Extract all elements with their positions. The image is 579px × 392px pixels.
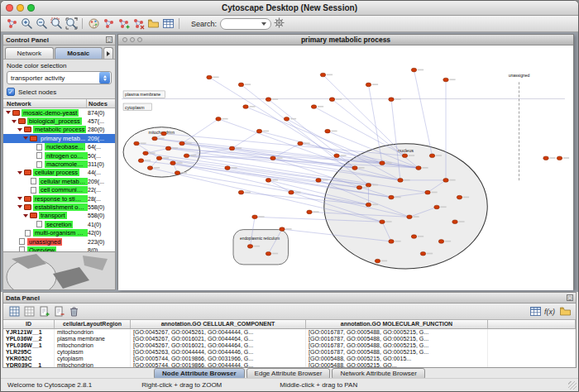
delete-attribute-icon[interactable]	[51, 304, 66, 318]
folder-icon	[24, 127, 31, 132]
import-attributes-icon[interactable]	[557, 304, 572, 318]
document-icon	[31, 178, 36, 184]
new-attribute-icon[interactable]	[36, 304, 51, 318]
tree-item-count: 558(0)	[88, 204, 115, 210]
attribute-grid-icon[interactable]	[528, 304, 543, 318]
tree-row[interactable]: biological_process457(...	[3, 117, 115, 125]
tree-item-label: secretion	[45, 221, 73, 228]
column-header[interactable]: annotation.GO CELLULAR_COMPONENT	[131, 320, 306, 329]
select-nodes-label: Select nodes	[18, 88, 56, 96]
expander-icon[interactable]	[17, 171, 22, 174]
minimize-window-button[interactable]	[17, 4, 24, 12]
table-cell: YPL036W__2	[3, 336, 55, 342]
folder-icon	[30, 136, 37, 141]
expander-icon[interactable]	[17, 205, 22, 208]
table-row[interactable]: YDR039C__1mitochondrion[GO:0005744, GO:0…	[3, 362, 576, 367]
inner-zoom-button[interactable]	[137, 37, 142, 42]
control-panel-header: Control Panel ◻	[3, 35, 115, 45]
combo-arrows-icon[interactable]	[99, 72, 110, 84]
tree-row[interactable]: cellular process44(...	[3, 169, 115, 177]
table-cell: YKR052C	[3, 356, 55, 362]
search-dropdown-arrow[interactable]	[261, 22, 266, 26]
search-input[interactable]	[220, 18, 271, 30]
column-header[interactable]: cellularLayoutRegion	[55, 320, 131, 329]
tree-row[interactable]: primary metab...209(...	[3, 134, 115, 142]
tree-item-label: mosaic-demo-yeast	[22, 109, 79, 117]
tab-mosaic[interactable]: Mosaic	[55, 47, 103, 59]
table-row[interactable]: YKR052Ccytoplasm[GO:0005744, GO:0019866,…	[3, 356, 576, 362]
float-data-panel-icon[interactable]: ◻	[567, 294, 573, 301]
title-bar[interactable]: Cytoscape Desktop (New Session)	[1, 1, 578, 16]
svg-text:plasma membrane: plasma membrane	[125, 92, 160, 97]
tree-row[interactable]: establishment of lo...558(0)	[3, 203, 115, 211]
show-graphics-details-icon[interactable]	[86, 17, 101, 31]
create-network-view-icon[interactable]	[116, 17, 131, 31]
zoom-fit-icon[interactable]	[64, 17, 79, 31]
select-all-attributes-icon[interactable]	[7, 304, 22, 318]
float-panel-icon[interactable]: ◻	[106, 36, 112, 43]
birds-eye-view[interactable]	[3, 251, 115, 289]
tree-row[interactable]: nitrogen compo...50(...	[3, 151, 115, 160]
network-overview-icon[interactable]	[4, 17, 19, 31]
table-row[interactable]: YPL036W__1mitochondrion[GO:0045267, GO:0…	[3, 342, 576, 349]
tree-row[interactable]: response to stimul...28(...	[3, 194, 115, 203]
zoom-in-icon[interactable]	[19, 17, 34, 31]
inner-window-controls	[122, 37, 142, 42]
tree-row[interactable]: multi-organism pro...42(0)	[3, 228, 115, 237]
tree-item-label: transport	[39, 212, 67, 219]
tree-row[interactable]: transport558(0)	[3, 212, 115, 220]
search-config-icon[interactable]	[271, 16, 286, 30]
table-cell: [GO:0045267, GO:0045261, GO:0044444, G..…	[131, 329, 306, 336]
first-neighbors-icon[interactable]	[101, 17, 116, 31]
expander-icon[interactable]	[6, 111, 11, 114]
tree-row[interactable]: cell communicat...22(...	[3, 186, 115, 194]
node-color-select[interactable]: transporter activity	[7, 71, 112, 84]
expander-icon[interactable]	[17, 128, 22, 131]
document-icon	[36, 221, 42, 227]
tree-row[interactable]: unassigned223(0)	[3, 237, 115, 246]
column-header[interactable]: ID	[3, 320, 55, 329]
inner-minimize-button[interactable]	[130, 37, 135, 42]
table-row[interactable]: YJR121W__1mitochondrion[GO:0045267, GO:0…	[3, 329, 576, 336]
table-row[interactable]: YLR295Ccytoplasm[GO:0045263, GO:0044444,…	[3, 349, 576, 356]
expander-icon[interactable]	[17, 197, 22, 200]
table-cell: [GO:0016787, GO:0005488, GO:0005215, G..…	[306, 342, 488, 349]
tree-row[interactable]: nucleobase...64(...	[3, 143, 115, 151]
import-table-icon[interactable]	[160, 17, 175, 31]
expander-icon[interactable]	[12, 120, 17, 123]
import-network-icon[interactable]	[146, 17, 160, 31]
zoom-out-icon[interactable]	[34, 17, 49, 31]
document-icon	[31, 187, 36, 194]
tree-item-count: 311(0)	[88, 161, 115, 167]
destroy-network-icon[interactable]	[131, 17, 146, 31]
clear-attribute-icon[interactable]	[66, 304, 81, 318]
table-row[interactable]: YPL036W__2plasma membrane[GO:0045267, GO…	[3, 336, 576, 342]
network-view-titlebar[interactable]: primary metabolic process	[118, 35, 573, 45]
network-canvas[interactable]: plasma membranecytoplasmmitochondrionnuc…	[118, 45, 573, 290]
tree-header-network[interactable]: Network	[3, 99, 87, 108]
tree-header-nodes[interactable]: Nodes	[87, 99, 115, 108]
tree-row[interactable]: cellular metabo...209(...	[3, 177, 115, 185]
tree-row[interactable]: mosaic-demo-yeast874(0)	[3, 108, 115, 117]
tree-row[interactable]: secretion41(0)	[3, 220, 115, 228]
inner-close-button[interactable]	[122, 37, 127, 42]
expander-icon[interactable]	[23, 214, 28, 218]
unselect-all-attributes-icon[interactable]	[22, 304, 36, 318]
formula-builder-icon[interactable]: f(x)	[543, 304, 557, 318]
more-tabs-button[interactable]	[103, 47, 113, 59]
close-window-button[interactable]	[6, 4, 13, 12]
control-panel-title: Control Panel	[6, 36, 49, 44]
expander-icon[interactable]	[23, 136, 28, 140]
zoom-window-button[interactable]	[27, 4, 35, 12]
tree-row[interactable]: Overview8(0)	[3, 246, 115, 251]
select-nodes-checkbox[interactable]: ✓	[7, 88, 15, 96]
resize-grip[interactable]	[568, 381, 577, 390]
tree-row[interactable]: metabolic process280(0)	[3, 126, 115, 134]
zoom-selected-icon[interactable]	[49, 17, 64, 31]
table-cell: YJR121W__1	[3, 329, 55, 336]
folder-icon	[24, 204, 31, 210]
tab-network[interactable]: Network	[5, 47, 54, 59]
table-cell: plasma membrane	[55, 336, 131, 342]
tree-row[interactable]: macromolecule...311(0)	[3, 160, 115, 168]
column-header[interactable]: annotation.GO MOLECULAR_FUNCTION	[306, 320, 488, 329]
